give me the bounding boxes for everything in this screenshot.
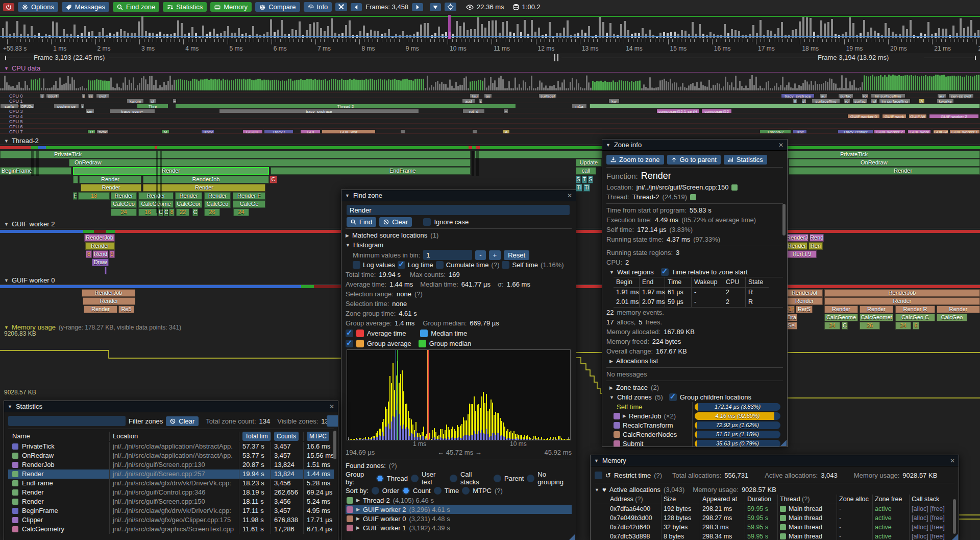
timeline-zone[interactable]: C (270, 176, 277, 183)
group-by-radio[interactable] (411, 475, 419, 482)
collapse-icon[interactable]: ▼ (4, 138, 9, 144)
sort-by-radio[interactable] (434, 487, 442, 495)
timeline-zone[interactable]: BeginFrame (0, 167, 71, 175)
timeline-zone[interactable]: EndFrame (271, 167, 471, 175)
group-by-radio[interactable] (450, 475, 457, 482)
timeline-zone[interactable]: F (73, 192, 77, 200)
thread2-header[interactable]: ▼Thread-2 (4, 137, 39, 145)
min-bin-input[interactable]: 1 (423, 250, 472, 260)
wait-col-header[interactable]: Time (665, 277, 691, 288)
help-icon[interactable]: (?) (654, 472, 662, 479)
help-icon[interactable]: (?) (414, 290, 423, 298)
go-to-frame-button[interactable] (430, 3, 441, 11)
timeline-zone[interactable]: 24 (233, 208, 249, 216)
column-name[interactable]: Name (12, 432, 30, 441)
found-zone-group[interactable]: ▶Thread-2(4,105) 6.46 s (346, 496, 572, 505)
memory-allocation-row[interactable]: 0x7e049b3d00128 bytes298.27 ms59.95 sMai… (595, 513, 954, 523)
min-bin-decrement-button[interactable]: - (475, 250, 485, 260)
group-by-option[interactable]: No grouping (537, 471, 572, 486)
timeline-zone[interactable]: OnRedraw (789, 159, 980, 167)
wait-col-header[interactable]: Begin (614, 277, 639, 288)
sort-by-radio[interactable] (372, 487, 379, 495)
timeline-zone[interactable]: call (576, 167, 596, 175)
wait-col-header[interactable]: CPU (723, 277, 745, 288)
statistics-row[interactable]: Clipperjni/../jni/src/claw/gfx/geo/Clipp… (8, 515, 334, 525)
timeline-zone[interactable]: CalcGeo (937, 314, 967, 321)
collapse-icon[interactable]: ▼ (4, 222, 9, 227)
statistics-titlebar[interactable]: ▼Statistics✕ (4, 401, 338, 412)
sort-by-option[interactable]: Count (413, 487, 431, 495)
close-icon[interactable]: ✕ (567, 192, 572, 199)
timeline-zone[interactable]: RerS (796, 306, 813, 313)
timeline-zone[interactable]: Sel (786, 322, 797, 330)
close-icon[interactable]: ✕ (950, 457, 955, 464)
group-by-option[interactable]: User text (422, 471, 447, 486)
options-button[interactable]: Options (18, 2, 58, 12)
timeline-zone[interactable]: 6 (913, 322, 919, 330)
zone-trace-label[interactable]: Zone trace (616, 384, 648, 391)
band-view-marker[interactable] (448, 15, 451, 39)
filter-zones-input[interactable] (8, 416, 126, 426)
call-stack-cell[interactable]: [alloc] [free] (909, 513, 954, 523)
help-icon[interactable]: (?) (800, 496, 810, 503)
timeline-zone[interactable]: RenderJo (786, 234, 808, 242)
timeline-zone[interactable]: Render (937, 306, 980, 313)
memory-allocation-row[interactable]: 0x7dfaa64e00192 bytes298.21 ms59.95 sMai… (595, 504, 954, 513)
sort-by-radio[interactable] (402, 487, 410, 495)
wait-col-header[interactable]: State (745, 277, 769, 288)
matched-locations-label[interactable]: Matched source locations (352, 231, 427, 239)
tools-button[interactable] (335, 3, 347, 11)
timeline-zone[interactable]: Dra (786, 314, 797, 321)
group-children-checkbox[interactable] (669, 393, 677, 401)
memory-col-header[interactable]: Zone free (872, 495, 909, 504)
timeline-zone[interactable]: Rend (810, 234, 824, 242)
log-values-checkbox[interactable] (353, 261, 360, 269)
reset-button[interactable]: Reset (504, 250, 529, 260)
timeline-zone[interactable]: Draw (92, 259, 109, 266)
time-relative-checkbox[interactable] (661, 268, 669, 276)
self-time-checkbox[interactable] (502, 261, 509, 269)
prev-frame-button[interactable] (351, 3, 362, 11)
collapse-icon[interactable]: ▼ (4, 66, 9, 71)
found-zone-group[interactable]: ▶GUIF worker 2(3,296) 4.61 s (346, 505, 572, 514)
timeline-zone[interactable]: C (192, 208, 198, 216)
collapse-icon[interactable]: ▼ (346, 243, 350, 248)
timeline-zone[interactable] (105, 267, 107, 274)
statistics-row[interactable]: Renderjni/../jni/src/guif/Screen.cpp:150… (8, 497, 334, 506)
histogram-section-label[interactable]: Histogram (353, 241, 383, 249)
timeline-zone[interactable]: S (576, 176, 581, 183)
compare-button[interactable]: Compare (255, 2, 300, 12)
timeline-zone[interactable]: Render (84, 306, 117, 313)
timeline-zone[interactable]: Render (860, 306, 893, 313)
timeline-zone[interactable]: CalcGeomet (860, 314, 893, 321)
statistics-row[interactable]: Renderjni/../jni/src/guif/Screen.cpp:257… (8, 469, 334, 479)
guif-worker-0-header[interactable]: ▼GUIF worker 0 (4, 276, 55, 284)
timeline-zone[interactable]: 26 (860, 322, 880, 330)
address-cell[interactable]: 0x7dfaa64e00 (608, 504, 661, 513)
show-avg-median-checkbox[interactable] (346, 330, 353, 337)
allocations-list-label[interactable]: Allocations list (616, 357, 658, 365)
timeline-zone[interactable]: Render R (895, 306, 935, 313)
timeline-zone[interactable]: 8 (169, 208, 175, 216)
address-cell[interactable]: 0x7e049b3d00 (608, 513, 661, 523)
timeline-zone[interactable]: RenderJob (824, 289, 980, 297)
scrollbar-thumb[interactable] (953, 499, 956, 534)
timeline-zone[interactable]: 24 (895, 322, 911, 330)
collapse-icon[interactable]: ▼ (4, 325, 9, 330)
help-icon[interactable]: (?) (495, 487, 503, 495)
expand-icon[interactable]: ▶ (346, 233, 349, 238)
collapse-icon[interactable]: ▼ (609, 395, 614, 400)
found-zone-group[interactable]: ▶GUIF worker 0(3,231) 4.48 s (346, 514, 572, 523)
call-stack-cell[interactable]: [alloc] [free] (909, 504, 954, 513)
frame-markers-row[interactable]: Frame 3,193 (22.45 ms)Frame 3,194 (13.92… (0, 53, 980, 63)
group-by-option[interactable]: Thread (387, 475, 408, 482)
zone-info-titlebar[interactable]: ▼Zone info✕ (602, 139, 787, 151)
sort-by-option[interactable]: Order (382, 487, 399, 495)
ignore-case-checkbox[interactable] (423, 218, 431, 226)
sort-mtpc-button[interactable]: MTPC (307, 432, 329, 441)
expand-icon[interactable]: ▶ (356, 507, 360, 512)
timeline-zone[interactable]: Render (204, 192, 231, 200)
timeline-zone[interactable]: Render (81, 184, 141, 192)
zoom-to-zone-button[interactable]: Zoom to zone (606, 155, 664, 165)
close-icon[interactable]: ✕ (778, 142, 783, 149)
